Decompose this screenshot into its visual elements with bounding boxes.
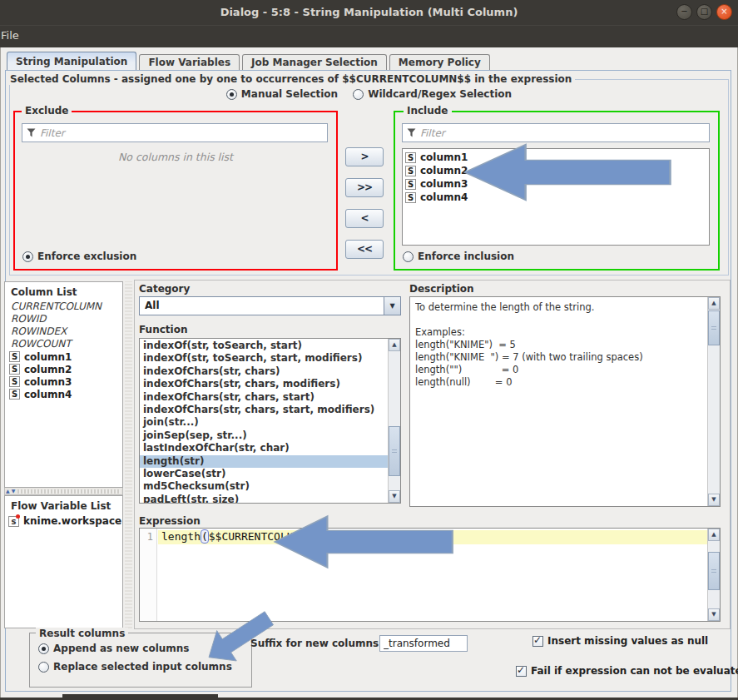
flow-variable-item[interactable]: s knime.workspace [5, 514, 122, 528]
description-scrollbar[interactable]: ▲ ▼ [707, 297, 720, 506]
column-item[interactable]: S column4 [5, 388, 122, 400]
function-item[interactable]: indexOfChars(str, chars) [140, 365, 388, 378]
column-list-panel[interactable]: Column List CURRENTCOLUMN ROWID ROWINDEX… [4, 281, 123, 488]
suffix-input[interactable] [379, 635, 468, 652]
tab[interactable]: Job Manager Selection [242, 54, 387, 71]
fail-expression-checkbox[interactable]: Fail if expression can not be evaluated [516, 665, 738, 677]
radio-icon [353, 89, 364, 100]
column-item[interactable]: S column2 [5, 363, 122, 375]
include-filter-input[interactable] [420, 127, 705, 139]
function-item[interactable]: join(str...) [140, 416, 388, 429]
radio-icon [226, 89, 237, 100]
exclude-filter [22, 123, 328, 142]
splitter-down-icon[interactable]: ▼ [11, 489, 17, 494]
result-option-radio[interactable]: Replace selected input columns [38, 661, 232, 673]
function-item[interactable]: indexOfChars(str, chars, start, modifier… [140, 404, 388, 416]
radio-label: Enforce exclusion [37, 251, 136, 262]
scrollbar-thumb[interactable] [708, 552, 720, 590]
category-dropdown[interactable]: All ▼ [139, 296, 401, 315]
special-column-item[interactable]: CURRENTCOLUMN [5, 300, 122, 313]
code-function: length [161, 530, 201, 543]
function-item[interactable]: indexOfChars(str, chars, start) [140, 391, 388, 404]
data-column-list: S column1 S column2 S column3 S column4 [5, 350, 122, 400]
radio-label: Enforce inclusion [418, 251, 514, 262]
column-transfer-button[interactable]: >> [345, 178, 384, 197]
tab-label: Flow Variables [148, 57, 230, 68]
column-transfer-button[interactable]: > [345, 147, 384, 166]
function-item[interactable]: length(str) [140, 455, 388, 468]
flow-variable-title: Flow Variable List [5, 496, 122, 514]
vertical-divider[interactable] [125, 281, 132, 628]
scrollbar-thumb[interactable] [708, 310, 720, 345]
description-line: length("") = 0 [415, 364, 705, 376]
special-column-item[interactable]: ROWCOUNT [5, 338, 122, 350]
window-controls: − □ × [676, 4, 732, 20]
filter-funnel-icon [27, 128, 36, 137]
window-control-button[interactable]: − [676, 4, 692, 20]
column-transfer-button[interactable]: < [345, 209, 384, 228]
function-item[interactable]: indexOfChars(str, chars, modifiers) [140, 378, 388, 390]
description-text: To determine the length of the string. E… [415, 301, 705, 503]
function-item[interactable]: lowerCase(str) [140, 468, 388, 480]
column-transfer-button[interactable]: << [345, 240, 384, 259]
category-label: Category [139, 283, 190, 295]
function-item[interactable]: lastIndexOfChar(str, char) [140, 442, 388, 454]
function-item[interactable]: joinSep(sep, str...) [140, 429, 388, 442]
radio-icon [403, 251, 414, 262]
panel-splitter[interactable]: ▲ ▼ [4, 488, 123, 495]
menubar [0, 25, 738, 47]
insert-missing-checkbox[interactable]: Insert missing values as null [532, 635, 708, 647]
flow-variable-items: s knime.workspace [5, 514, 122, 528]
function-rows: indexOf(str, toSearch, start) indexOf(st… [140, 340, 388, 503]
selected-columns-title: Selected Columns - assigned one by one t… [8, 73, 575, 85]
selection-mode-radio[interactable]: Manual Selection [226, 88, 338, 100]
column-name: column1 [24, 351, 72, 363]
radio-label: Manual Selection [241, 88, 338, 100]
selection-mode-radio[interactable]: Wildcard/Regex Selection [353, 88, 512, 100]
special-column-list: CURRENTCOLUMN ROWID ROWINDEX ROWCOUNT [5, 300, 122, 350]
special-column-item[interactable]: ROWINDEX [5, 325, 122, 338]
function-list[interactable]: indexOf(str, toSearch, start) indexOf(st… [139, 338, 401, 504]
string-type-icon: S [405, 179, 416, 190]
window-control-button[interactable]: × [716, 4, 732, 20]
splitter-handle[interactable] [17, 489, 121, 494]
menu-item-file[interactable]: File [1, 29, 19, 42]
radio-label: Wildcard/Regex Selection [368, 88, 512, 100]
description-line: Examples: [415, 326, 705, 339]
dropdown-arrow-icon[interactable]: ▼ [384, 297, 400, 315]
knime-dialog-window: Dialog - 5:8 - String Manipulation (Mult… [0, 0, 738, 700]
expression-scrollbar[interactable]: ▲ ▼ [707, 529, 720, 621]
scroll-up-button[interactable]: ▲ [708, 297, 720, 310]
tab[interactable]: Memory Policy [389, 54, 490, 71]
special-column-item[interactable]: ROWID [5, 313, 122, 325]
scroll-up-button[interactable]: ▲ [708, 529, 720, 541]
tab-bar: String Manipulation Flow Variables Job M… [7, 52, 493, 71]
function-item[interactable]: indexOf(str, toSearch, start) [140, 340, 388, 352]
column-item[interactable]: S column1 [5, 350, 122, 363]
scroll-up-button[interactable]: ▲ [389, 339, 400, 351]
column-item[interactable]: S column3 [5, 375, 122, 388]
scroll-down-button[interactable]: ▼ [389, 490, 400, 503]
tab[interactable]: String Manipulation [7, 52, 136, 71]
result-columns-title: Result columns [36, 628, 128, 639]
splitter-up-icon[interactable]: ▲ [5, 489, 11, 494]
column-name: column1 [420, 151, 468, 163]
function-item[interactable]: indexOf(str, toSearch, start, modifiers) [140, 352, 388, 365]
titlebar[interactable]: Dialog - 5:8 - String Manipulation (Mult… [0, 0, 738, 25]
scroll-down-button[interactable]: ▼ [708, 494, 720, 506]
tab-label: Memory Policy [399, 57, 481, 68]
function-item[interactable]: md5Checksum(str) [140, 480, 388, 493]
function-list-scrollbar[interactable]: ▲ ▼ [388, 339, 400, 503]
enforce-exclusion-radio[interactable]: Enforce exclusion [22, 251, 136, 262]
checkbox-label: Fail if expression can not be evaluated [531, 665, 738, 677]
tab[interactable]: Flow Variables [139, 54, 240, 71]
enforce-inclusion-radio[interactable]: Enforce inclusion [403, 251, 514, 262]
scrollbar-thumb[interactable] [389, 426, 400, 476]
exclude-filter-input[interactable] [40, 127, 323, 139]
column-name: column2 [420, 165, 468, 176]
flow-variable-panel[interactable]: Flow Variable List s knime.workspace [4, 495, 123, 628]
window-control-button[interactable]: □ [696, 4, 712, 20]
function-item[interactable]: padLeft(str, size) [140, 494, 388, 503]
expression-label: Expression [139, 515, 201, 527]
scroll-down-button[interactable]: ▼ [708, 608, 720, 621]
